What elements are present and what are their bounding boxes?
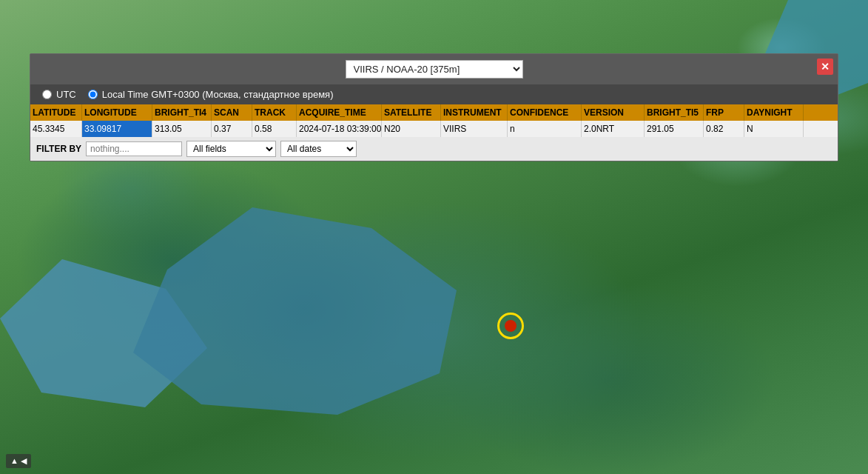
cell-satellite: N20	[382, 121, 441, 137]
filter-row: FILTER BY All fields LATITUDE LONGITUDE …	[30, 137, 838, 161]
close-button[interactable]: ✕	[817, 59, 833, 75]
col-instrument: INSTRUMENT	[441, 104, 508, 121]
col-daynight: DAYNIGHT	[744, 104, 804, 121]
filter-input[interactable]	[86, 141, 182, 156]
cell-bright-ti5: 291.05	[645, 121, 704, 137]
cell-latitude: 45.3345	[30, 121, 82, 137]
col-bright-ti5: BRIGHT_TI5	[645, 104, 704, 121]
filter-label: FILTER BY	[36, 144, 81, 154]
utc-radio-group: UTC	[42, 89, 76, 100]
fire-marker-dot	[505, 320, 517, 332]
col-scan: SCAN	[212, 104, 252, 121]
column-headers: LATITUDE LONGITUDE BRIGHT_TI4 SCAN TRACK…	[30, 104, 838, 121]
cell-acquire-time: 2024-07-18 03:39:00	[297, 121, 382, 137]
cell-bright-ti4: 313.05	[152, 121, 212, 137]
panel-header: VIIRS / NOAA-20 [375m] VIIRS / Suomi NPP…	[30, 54, 838, 84]
cell-instrument: VIIRS	[441, 121, 508, 137]
cell-scan: 0.37	[212, 121, 252, 137]
cell-track: 0.58	[252, 121, 297, 137]
col-track: TRACK	[252, 104, 297, 121]
col-version: VERSION	[582, 104, 645, 121]
filter-fields-select[interactable]: All fields LATITUDE LONGITUDE BRIGHT_TI4…	[186, 141, 276, 157]
data-panel: VIIRS / NOAA-20 [375m] VIIRS / Suomi NPP…	[30, 53, 838, 161]
local-radio-group: Local Time GMT+0300 (Москва, стандартное…	[88, 89, 334, 100]
cell-longitude: 33.09817	[82, 121, 152, 137]
cell-daynight: N	[744, 121, 804, 137]
col-latitude: LATITUDE	[30, 104, 82, 121]
fire-marker-ring	[497, 313, 524, 339]
corner-indicator: ▲ ◀	[6, 454, 31, 468]
col-frp: FRP	[704, 104, 744, 121]
cell-version: 2.0NRT	[582, 121, 645, 137]
fire-marker[interactable]	[497, 313, 524, 339]
data-row[interactable]: 45.3345 33.09817 313.05 0.37 0.58 2024-0…	[30, 121, 838, 137]
utc-label: UTC	[56, 89, 76, 100]
local-radio[interactable]	[88, 90, 98, 99]
filter-dates-select[interactable]: All dates Last 24 hours Last 48 hours La…	[280, 141, 357, 157]
col-acquire-time: ACQUIRE_TIME	[297, 104, 382, 121]
satellite-select[interactable]: VIIRS / NOAA-20 [375m] VIIRS / Suomi NPP…	[346, 60, 523, 79]
cell-confidence: n	[508, 121, 582, 137]
col-confidence: CONFIDENCE	[508, 104, 582, 121]
col-satellite: SATELLITE	[382, 104, 441, 121]
col-bright-ti4: BRIGHT_TI4	[152, 104, 212, 121]
utc-radio[interactable]	[42, 90, 52, 99]
col-longitude: LONGITUDE	[82, 104, 152, 121]
local-label: Local Time GMT+0300 (Москва, стандартное…	[102, 89, 334, 100]
cell-frp: 0.82	[704, 121, 744, 137]
timezone-row: UTC Local Time GMT+0300 (Москва, стандар…	[30, 84, 838, 104]
